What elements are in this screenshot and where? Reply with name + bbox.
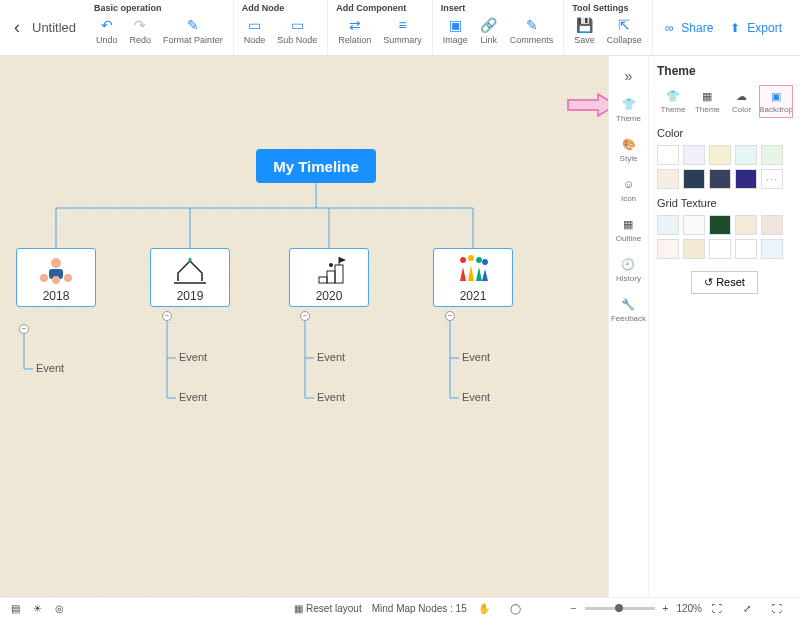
collapse-toggle[interactable]: −: [300, 311, 310, 321]
collapse-toggle[interactable]: −: [445, 311, 455, 321]
doc-title[interactable]: Untitled: [32, 20, 76, 35]
expand-icon[interactable]: ⤢: [740, 602, 754, 616]
relation-button[interactable]: ⇄Relation: [334, 14, 375, 48]
link-icon: 🔗: [480, 16, 498, 34]
node-2020[interactable]: 2020: [289, 248, 369, 307]
swatch[interactable]: [709, 239, 731, 259]
swatch[interactable]: [683, 239, 705, 259]
swatch[interactable]: [709, 145, 731, 165]
undo-button[interactable]: ↶Undo: [92, 14, 122, 48]
swatch[interactable]: [657, 215, 679, 235]
rail-style[interactable]: 🎨Style: [620, 132, 638, 166]
tab-theme-shirt[interactable]: 👕Theme: [657, 86, 689, 117]
node-2018[interactable]: 2018: [16, 248, 96, 307]
shirt-icon: 👕: [666, 89, 680, 103]
sub-node-icon: ▭: [288, 16, 306, 34]
swatch[interactable]: [761, 215, 783, 235]
flag-steps-icon: [309, 253, 349, 287]
collapse-toggle[interactable]: −: [162, 311, 172, 321]
event-node[interactable]: Event: [36, 362, 64, 374]
zoom-out-button[interactable]: −: [571, 603, 577, 614]
event-node[interactable]: Event: [462, 391, 490, 403]
share-export: ∞Share ⬆Export: [661, 0, 790, 55]
group-add-node: Add Node ▭Node ▭Sub Node: [234, 0, 329, 55]
node-2019[interactable]: 2019: [150, 248, 230, 307]
event-node[interactable]: Event: [317, 351, 345, 363]
event-node[interactable]: Event: [462, 351, 490, 363]
swatch[interactable]: [735, 215, 757, 235]
save-button[interactable]: 💾Save: [570, 14, 599, 48]
rail-icon[interactable]: ☺Icon: [620, 172, 638, 206]
tab-backdrop[interactable]: ▣Backdrop: [760, 86, 792, 117]
swatch[interactable]: [657, 145, 679, 165]
group-title: Insert: [439, 0, 558, 14]
rail-history[interactable]: 🕘History: [616, 252, 641, 286]
palette-icon: 🎨: [620, 135, 638, 153]
target-icon[interactable]: ◎: [52, 602, 66, 616]
node-button[interactable]: ▭Node: [240, 14, 270, 48]
link-button[interactable]: 🔗Link: [476, 14, 502, 48]
event-node[interactable]: Event: [179, 351, 207, 363]
svg-point-30: [329, 263, 333, 267]
presentation-icon[interactable]: ▤: [8, 602, 22, 616]
svg-rect-27: [327, 271, 335, 283]
node-2021[interactable]: 2021: [433, 248, 513, 307]
collapse-button[interactable]: ⇱Collapse: [603, 14, 646, 48]
image-icon: ▣: [446, 16, 464, 34]
sub-node-button[interactable]: ▭Sub Node: [273, 14, 321, 48]
year-label: 2021: [460, 289, 487, 303]
event-node[interactable]: Event: [179, 391, 207, 403]
collapse-icon: ⇱: [615, 16, 633, 34]
image-button[interactable]: ▣Image: [439, 14, 472, 48]
swatch[interactable]: [683, 169, 705, 189]
collapse-toggle[interactable]: −: [19, 324, 29, 334]
swatch[interactable]: [735, 169, 757, 189]
comments-button[interactable]: ✎Comments: [506, 14, 558, 48]
rail-outline[interactable]: ▦Outline: [616, 212, 641, 246]
export-button[interactable]: ⬆Export: [727, 20, 782, 36]
year-label: 2018: [43, 289, 70, 303]
swatch[interactable]: [761, 239, 783, 259]
root-node[interactable]: My Timeline: [256, 149, 376, 183]
hand-icon[interactable]: ✋: [477, 602, 491, 616]
swatch[interactable]: [683, 145, 705, 165]
canvas[interactable]: My Timeline 2018 − Event 2019 − Event Ev…: [0, 56, 608, 597]
swatch-more[interactable]: ···: [761, 169, 783, 189]
backdrop-icon: ▣: [769, 89, 783, 103]
swatch[interactable]: [657, 169, 679, 189]
swatch[interactable]: [709, 215, 731, 235]
back-icon[interactable]: ‹: [14, 17, 20, 38]
rail-feedback[interactable]: 🔧Feedback: [611, 292, 646, 326]
zoom-slider[interactable]: [585, 607, 655, 610]
swatch[interactable]: [683, 215, 705, 235]
center-icon[interactable]: ◯: [509, 602, 523, 616]
reset-button[interactable]: ↺ Reset: [691, 271, 758, 294]
right-panel: » 👕Theme 🎨Style ☺Icon ▦Outline 🕘History …: [608, 56, 800, 597]
reset-layout-button[interactable]: ▦ Reset layout: [294, 603, 361, 614]
swatch[interactable]: [709, 169, 731, 189]
swatch[interactable]: [657, 239, 679, 259]
swatch[interactable]: [735, 239, 757, 259]
group-people-icon: [453, 253, 493, 287]
swatch[interactable]: [761, 145, 783, 165]
toolbar: ‹ Untitled Basic operation ↶Undo ↷Redo ✎…: [0, 0, 800, 56]
rail-theme[interactable]: 👕Theme: [616, 92, 641, 126]
redo-icon: ↷: [131, 16, 149, 34]
sun-icon[interactable]: ☀: [30, 602, 44, 616]
rail-collapse-icon[interactable]: »: [625, 62, 633, 86]
format-painter-button[interactable]: ✎Format Painter: [159, 14, 227, 48]
event-node[interactable]: Event: [317, 391, 345, 403]
fullscreen-icon[interactable]: ⛶: [770, 602, 784, 616]
fit-icon[interactable]: ⛶: [710, 602, 724, 616]
ribbon-icon: [170, 253, 210, 287]
undo-icon: ↶: [98, 16, 116, 34]
redo-button[interactable]: ↷Redo: [126, 14, 156, 48]
tab-color[interactable]: ☁Color: [726, 86, 758, 117]
tab-theme-grid[interactable]: ▦Theme: [691, 86, 723, 117]
summary-button[interactable]: ≡Summary: [379, 14, 426, 48]
zoom-in-button[interactable]: +: [663, 603, 669, 614]
swatch[interactable]: [735, 145, 757, 165]
section-texture: Grid Texture: [657, 197, 792, 209]
group-insert: Insert ▣Image 🔗Link ✎Comments: [433, 0, 565, 55]
share-button[interactable]: ∞Share: [661, 20, 713, 36]
